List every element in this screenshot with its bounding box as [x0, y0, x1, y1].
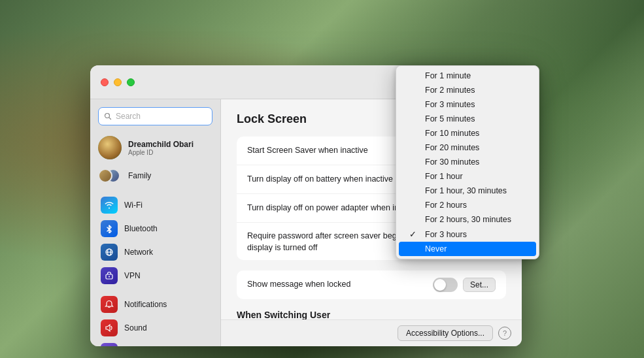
dropdown-item-2[interactable]: For 3 minutes [396, 97, 539, 112]
dropdown-label-8: For 1 hour, 30 minutes [425, 186, 507, 195]
switching-user-title: When Switching User [237, 310, 506, 319]
dropdown-item-11[interactable]: ✓ For 3 hours [396, 227, 539, 242]
dropdown-menu: For 1 minute For 2 minutes For 3 minutes… [396, 65, 539, 259]
family-avatars [98, 167, 122, 185]
wifi-icon [101, 197, 118, 214]
sidebar-item-family[interactable]: Family [90, 163, 220, 188]
search-icon [104, 112, 112, 120]
sidebar-item-notifications[interactable]: Notifications [93, 293, 218, 316]
avatar [98, 136, 122, 159]
dropdown-label-0: For 1 minute [425, 71, 471, 80]
sound-icon [101, 319, 118, 336]
dropdown-item-1[interactable]: For 2 minutes [396, 83, 539, 97]
dropdown-item-6[interactable]: For 30 minutes [396, 155, 539, 169]
sidebar-vpn-label: VPN [124, 271, 141, 280]
check-11: ✓ [409, 229, 420, 239]
dropdown-label-12: Never [425, 244, 447, 253]
dropdown-label-2: For 3 minutes [425, 100, 475, 109]
dropdown-label-9: For 2 hours [425, 201, 467, 210]
traffic-lights [101, 78, 135, 86]
notifications-icon [101, 296, 118, 313]
svg-line-1 [109, 118, 111, 120]
sidebar: Search Dreamchild Obari Apple ID [90, 99, 221, 346]
show-message-row: Show message when locked Set... [237, 270, 506, 299]
dropdown-item-10[interactable]: For 2 hours, 30 minutes [396, 212, 539, 227]
focus-icon [101, 343, 118, 346]
user-name: Dreamchild Obari [128, 140, 194, 149]
help-button[interactable]: ? [498, 327, 511, 340]
show-message-control: Set... [433, 278, 496, 292]
vpn-icon [101, 267, 118, 284]
sidebar-item-sound[interactable]: Sound [93, 316, 218, 340]
sidebar-item-wifi[interactable]: Wi-Fi [93, 193, 218, 217]
dropdown-label-1: For 2 minutes [425, 86, 475, 95]
sidebar-item-network[interactable]: Network [93, 240, 218, 264]
accessibility-options-button[interactable]: Accessibility Options... [398, 325, 493, 341]
dropdown-item-5[interactable]: For 20 minutes [396, 140, 539, 155]
show-message-label: Show message when locked [247, 279, 433, 291]
dropdown-label-6: For 30 minutes [425, 157, 479, 167]
toggle-thumb [434, 279, 446, 291]
help-icon: ? [503, 329, 507, 337]
sidebar-family-label: Family [128, 171, 151, 180]
dropdown-label-4: For 10 minutes [425, 129, 479, 138]
network-icon [101, 244, 118, 261]
message-group: Show message when locked Set... [237, 270, 506, 299]
search-wrapper: Search [90, 107, 220, 132]
close-button[interactable] [101, 78, 109, 86]
svg-point-6 [109, 276, 110, 278]
dropdown-item-4[interactable]: For 10 minutes [396, 126, 539, 140]
dropdown-item-3[interactable]: For 5 minutes [396, 112, 539, 126]
dropdown-label-5: For 20 minutes [425, 143, 479, 152]
sidebar-network-label: Network [124, 248, 153, 257]
show-message-toggle[interactable] [433, 278, 458, 292]
sidebar-item-vpn[interactable]: VPN [93, 264, 218, 287]
avatar-image [98, 136, 122, 159]
sidebar-item-bluetooth[interactable]: Bluetooth [93, 217, 218, 240]
user-subtitle: Apple ID [128, 149, 194, 156]
dropdown-label-7: For 1 hour [425, 172, 463, 181]
bluetooth-icon [101, 220, 118, 237]
dropdown-item-8[interactable]: For 1 hour, 30 minutes [396, 184, 539, 198]
search-placeholder: Search [116, 112, 141, 121]
dropdown-label-3: For 5 minutes [425, 114, 475, 123]
dropdown-item-9[interactable]: For 2 hours [396, 198, 539, 212]
dropdown-item-7[interactable]: For 1 hour [396, 169, 539, 184]
sidebar-notifications-label: Notifications [124, 300, 167, 309]
user-profile[interactable]: Dreamchild Obari Apple ID [90, 132, 220, 163]
sidebar-sound-label: Sound [124, 323, 147, 333]
sidebar-bluetooth-label: Bluetooth [124, 224, 158, 233]
dropdown-label-10: For 2 hours, 30 minutes [425, 215, 511, 224]
dropdown-label-11: For 3 hours [425, 230, 467, 239]
family-avatar-1 [98, 169, 112, 183]
bottom-toolbar: Accessibility Options... ? [221, 319, 522, 346]
user-info: Dreamchild Obari Apple ID [128, 140, 194, 156]
dropdown-item-0[interactable]: For 1 minute [396, 69, 539, 83]
sidebar-wifi-label: Wi-Fi [124, 201, 143, 210]
search-box[interactable]: Search [98, 107, 212, 125]
set-button[interactable]: Set... [463, 278, 496, 292]
maximize-button[interactable] [127, 78, 135, 86]
dropdown-item-12[interactable]: Never [399, 242, 536, 256]
minimize-button[interactable] [114, 78, 122, 86]
sidebar-item-focus[interactable]: Focus [93, 340, 218, 346]
